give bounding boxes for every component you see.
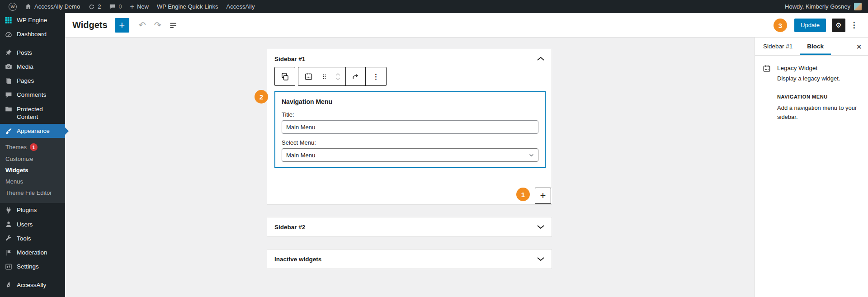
menu-separator (0, 274, 65, 278)
add-block-appender-button[interactable]: + (535, 188, 551, 204)
sidebar-item-appearance[interactable]: Appearance (0, 124, 65, 138)
sidebar-item-settings[interactable]: Settings (0, 259, 65, 273)
media-camera-icon (4, 63, 13, 71)
block-inspector-panel: Sidebar #1 Block × Legacy Widget Display… (755, 38, 868, 297)
sidebar-item-dashboard[interactable]: Dashboard (0, 27, 65, 41)
navigation-menu-legacy-widget[interactable]: Navigation Menu Title: Select Menu: Main… (274, 91, 546, 168)
selected-menu-value: Main Menu (286, 152, 315, 159)
legacy-widget-icon (304, 72, 313, 81)
account-menu[interactable]: Howdy, Kimberly Gosney (785, 3, 863, 10)
appearance-brush-icon (4, 127, 13, 135)
sidebar-item-media[interactable]: Media (0, 60, 65, 74)
block-card: Legacy Widget Display a legacy widget. (762, 64, 861, 82)
wordpress-logo-icon: W (9, 3, 17, 11)
update-button[interactable]: Update (794, 19, 826, 32)
block-options-button[interactable]: ⋮ (366, 67, 386, 85)
tab-block[interactable]: Block (800, 38, 831, 55)
sidebar-item-tools[interactable]: Tools (0, 231, 65, 245)
updates-link[interactable]: 2 (84, 0, 105, 13)
widget-area-sidebar-2: Sidebar #2 (267, 217, 552, 237)
submenu-item-customize[interactable]: Customize (0, 153, 65, 165)
transform-arrow-icon (351, 72, 360, 81)
inactive-widgets-panel-header[interactable]: Inactive widgets (267, 250, 552, 269)
wp-engine-quick-links[interactable]: WP Engine Quick Links (153, 0, 222, 13)
comments-bubble-icon (109, 3, 116, 10)
inactive-widgets-area: Inactive widgets (267, 249, 552, 269)
widget-info-description: Add a navigation menu to your sidebar. (777, 104, 858, 121)
parent-block-selector (274, 67, 295, 86)
appearance-submenu: Themes 1 Customize Widgets Menus Theme F… (0, 138, 65, 203)
drag-handle[interactable] (318, 67, 330, 85)
inspector-tabs: Sidebar #1 Block × (755, 38, 868, 56)
inspector-body: Legacy Widget Display a legacy widget. N… (755, 56, 868, 129)
drag-dots-icon (321, 73, 328, 80)
tab-sidebar1[interactable]: Sidebar #1 (756, 38, 800, 55)
ellipsis-icon: ⋮ (373, 72, 380, 81)
plus-icon: + (130, 0, 134, 13)
comments-link[interactable]: 0 (105, 0, 126, 13)
sidebar-item-users[interactable]: Users (0, 217, 65, 231)
submenu-item-theme-file-editor[interactable]: Theme File Editor (0, 187, 65, 198)
close-panel-button[interactable]: × (854, 41, 864, 52)
sidebar-item-posts[interactable]: Posts (0, 46, 65, 60)
undo-icon: ↶ (139, 21, 146, 29)
admin-bar: W AccessAlly Demo 2 0 + New WP Engine Qu… (0, 0, 868, 13)
gear-icon: ⚙ (835, 21, 841, 29)
widget-title-input[interactable] (282, 120, 538, 134)
chevron-down-icon (537, 225, 545, 229)
sidebar1-panel-header[interactable]: Sidebar #1 (267, 49, 552, 68)
block-description: Display a legacy widget. (777, 75, 840, 82)
settings-toggle-button[interactable]: ⚙ (832, 19, 845, 32)
sidebar-item-accessally[interactable]: AccessAlly (0, 278, 65, 292)
user-icon (4, 221, 13, 228)
legacy-widget-icon (762, 64, 771, 82)
inactive-widgets-title: Inactive widgets (274, 256, 321, 263)
sidebar-item-wp-engine[interactable]: WP Engine (0, 13, 65, 27)
legacy-widget-type-button[interactable] (298, 67, 318, 85)
widget-info: NAVIGATION MENU Add a navigation menu to… (777, 94, 861, 121)
menu-separator (0, 42, 65, 46)
posts-pin-icon (4, 49, 13, 57)
undo-button[interactable]: ↶ (135, 18, 150, 33)
select-menu-label: Select Menu: (282, 139, 538, 146)
settings-sliders-icon (4, 263, 13, 270)
widget-info-heading: NAVIGATION MENU (777, 94, 861, 99)
sidebar-item-moderation[interactable]: Moderation (0, 245, 65, 259)
add-block-button[interactable]: + (115, 18, 129, 33)
comments-icon (4, 91, 13, 99)
widget-area-sidebar-1: Sidebar #1 (267, 49, 552, 205)
widget-area-block-button[interactable] (275, 67, 295, 85)
sidebar-item-protected-content[interactable]: Protected Content (0, 102, 65, 124)
sidebar1-title: Sidebar #1 (274, 56, 305, 62)
ellipsis-icon: ⋮ (850, 20, 858, 30)
submenu-item-widgets[interactable]: Widgets (0, 165, 65, 176)
page-title: Widgets (72, 20, 108, 30)
themes-update-badge: 1 (30, 143, 38, 151)
accessally-menu[interactable]: AccessAlly (222, 0, 259, 13)
chevron-down-icon (529, 154, 534, 157)
move-block-buttons[interactable] (330, 67, 345, 85)
sidebar-item-pages[interactable]: Pages (0, 74, 65, 88)
submenu-item-themes[interactable]: Themes 1 (0, 141, 65, 153)
sidebar2-panel-header[interactable]: Sidebar #2 (267, 217, 552, 236)
submenu-item-menus[interactable]: Menus (0, 176, 65, 187)
overlapping-squares-icon (280, 72, 290, 81)
site-link[interactable]: AccessAlly Demo (21, 0, 84, 13)
howdy-text: Howdy, Kimberly Gosney (785, 3, 850, 10)
redo-icon: ↷ (154, 21, 161, 29)
new-label: New (137, 0, 149, 13)
list-view-button[interactable] (165, 18, 181, 33)
accessally-logo-icon (4, 281, 13, 288)
wordpress-menu[interactable]: W (5, 0, 21, 13)
block-toolbar: ⋮ (274, 67, 387, 86)
options-menu-button[interactable]: ⋮ (848, 19, 860, 32)
chevron-up-icon (537, 57, 545, 61)
sidebar-item-comments[interactable]: Comments (0, 88, 65, 102)
transform-block-button[interactable] (346, 67, 365, 85)
sidebar-item-plugins[interactable]: Plugins (0, 203, 65, 217)
menu-select-dropdown[interactable]: Main Menu (282, 148, 538, 162)
new-content-menu[interactable]: + New (126, 0, 153, 13)
wp-engine-grid-icon (4, 16, 13, 24)
block-name: Legacy Widget (777, 64, 840, 71)
redo-button[interactable]: ↷ (150, 18, 165, 33)
